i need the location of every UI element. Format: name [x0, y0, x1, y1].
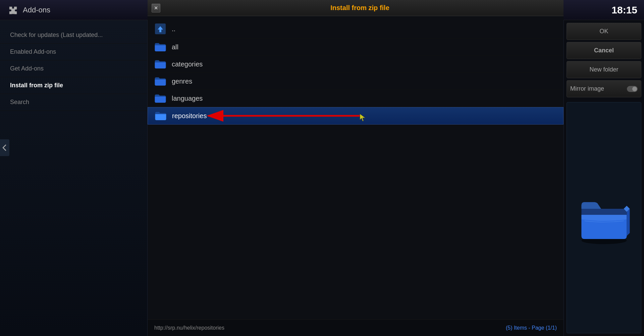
file-item-categories[interactable]: categories	[148, 56, 564, 73]
up-icon	[154, 23, 166, 35]
page-current: 1	[547, 325, 550, 331]
folder-icon	[154, 76, 166, 86]
dialog-title: Install from zip file	[160, 4, 559, 12]
sidebar-item-enabled-addons[interactable]: Enabled Add-ons	[0, 44, 147, 60]
new-folder-button[interactable]: New folder	[567, 61, 641, 78]
sidebar-item-check-updates[interactable]: Check for updates (Last updated...	[0, 27, 147, 44]
sidebar-item-search[interactable]: Search	[0, 94, 147, 111]
sidebar-item-install-zip[interactable]: Install from zip file	[0, 77, 147, 94]
page-total: 1	[552, 325, 555, 331]
file-item-all[interactable]: all	[148, 39, 564, 56]
clock: 18:15	[611, 4, 637, 16]
file-item-up[interactable]: ..	[148, 19, 564, 39]
status-bar: http://srp.nu/helix/repositories (5) Ite…	[148, 319, 564, 336]
file-item-genres-label: genres	[172, 78, 192, 85]
folder-3d-icon	[574, 188, 634, 248]
file-item-up-label: ..	[172, 25, 175, 33]
sidebar-collapse-arrow[interactable]	[0, 139, 9, 156]
folder-preview	[567, 102, 641, 333]
file-dialog: ✕ Install from zip file .. all	[148, 0, 564, 336]
sidebar-menu: Check for updates (Last updated... Enabl…	[0, 27, 147, 111]
sidebar-item-get-addons[interactable]: Get Add-ons	[0, 60, 147, 77]
folder-icon	[154, 42, 166, 52]
app-title-area: Add-ons	[7, 4, 50, 16]
mirror-image-toggle-switch[interactable]	[627, 86, 638, 92]
file-item-repositories[interactable]: repositories	[148, 107, 564, 125]
items-suffix: )	[555, 325, 557, 331]
mouse-cursor	[359, 113, 366, 122]
cancel-button[interactable]: Cancel	[567, 42, 641, 59]
right-panel: OK Cancel New folder Mirror image	[564, 20, 644, 336]
status-url: http://srp.nu/helix/repositories	[154, 325, 224, 331]
file-list: .. all categories genres	[148, 16, 564, 128]
ok-button[interactable]: OK	[567, 23, 641, 40]
file-item-all-label: all	[172, 43, 178, 51]
dialog-titlebar: ✕ Install from zip file	[148, 0, 564, 16]
folder-icon-selected	[155, 111, 167, 121]
file-item-genres[interactable]: genres	[148, 73, 564, 90]
status-pages: (5) Items - Page (1/1)	[506, 325, 557, 331]
mirror-image-toggle[interactable]: Mirror image	[567, 80, 641, 97]
items-count: (5) Items - Page (	[506, 325, 547, 331]
file-item-languages-label: languages	[172, 95, 203, 102]
folder-icon	[154, 59, 166, 69]
puzzle-icon	[7, 4, 19, 16]
file-item-languages[interactable]: languages	[148, 90, 564, 107]
red-arrow-annotation	[202, 109, 363, 123]
mirror-image-label: Mirror image	[570, 85, 604, 92]
sidebar: Check for updates (Last updated... Enabl…	[0, 20, 148, 336]
file-item-categories-label: categories	[172, 60, 203, 68]
folder-icon	[154, 93, 166, 103]
app-title: Add-ons	[23, 6, 50, 14]
close-button[interactable]: ✕	[152, 4, 160, 12]
